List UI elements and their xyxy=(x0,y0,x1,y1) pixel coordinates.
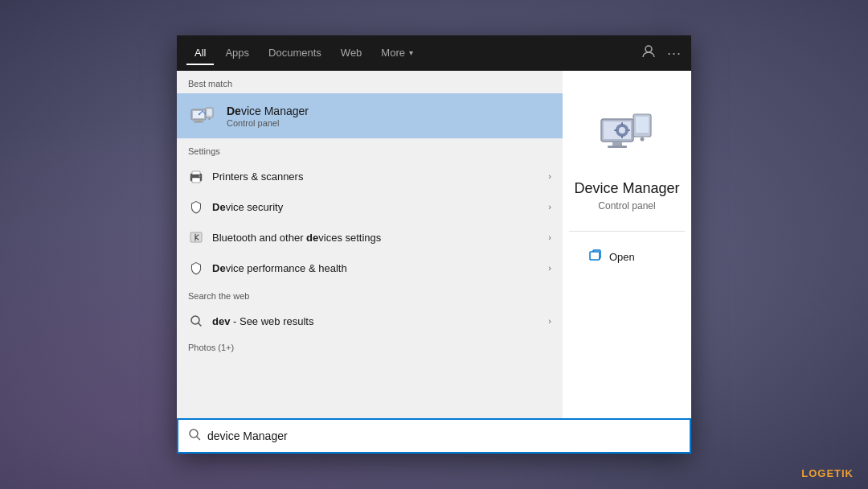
best-match-subtitle: Control panel xyxy=(227,118,309,128)
ellipsis-icon[interactable]: ··· xyxy=(667,45,682,62)
photos-header: Photos (1+) xyxy=(177,336,563,355)
open-label: Open xyxy=(609,251,635,263)
settings-item-device-performance-label: Device performance & health xyxy=(212,262,540,274)
svg-rect-18 xyxy=(612,142,622,146)
chevron-right-icon-2: › xyxy=(548,202,551,212)
svg-rect-21 xyxy=(636,117,649,133)
chevron-right-icon-5: › xyxy=(548,316,551,326)
svg-line-15 xyxy=(199,323,201,326)
chevron-right-icon-4: › xyxy=(548,263,551,273)
settings-header: Settings xyxy=(177,138,563,161)
right-panel-title: Device Manager xyxy=(574,180,679,197)
best-match-header: Best match xyxy=(177,71,563,93)
chevron-down-icon: ▾ xyxy=(409,48,413,57)
web-search-label: dev - See web results xyxy=(212,315,540,327)
settings-item-device-security-label: Device security xyxy=(212,201,540,213)
left-panel: Best match xyxy=(177,71,563,418)
printer-icon xyxy=(188,168,204,184)
svg-rect-10 xyxy=(192,178,200,183)
search-container: All Apps Documents Web More ▾ ··· Best m… xyxy=(177,35,691,454)
open-button[interactable]: Open xyxy=(582,244,641,269)
svg-point-24 xyxy=(619,127,625,134)
svg-rect-6 xyxy=(207,109,212,116)
svg-point-0 xyxy=(645,46,652,52)
svg-point-12 xyxy=(199,175,201,177)
search-box-bar xyxy=(177,418,691,454)
open-icon xyxy=(588,248,603,265)
person-icon[interactable] xyxy=(641,44,656,62)
svg-rect-29 xyxy=(590,252,600,260)
tab-all[interactable]: All xyxy=(186,42,214,65)
svg-rect-28 xyxy=(627,129,630,131)
shield-icon xyxy=(188,199,204,215)
device-manager-small-icon xyxy=(188,101,217,130)
svg-point-7 xyxy=(208,118,210,120)
top-bar-right: ··· xyxy=(641,44,682,62)
settings-item-printers-label: Printers & scanners xyxy=(212,171,540,183)
tab-web[interactable]: Web xyxy=(333,42,371,65)
svg-rect-3 xyxy=(196,120,201,121)
search-icon xyxy=(188,313,204,329)
svg-rect-27 xyxy=(614,129,617,131)
tab-documents[interactable]: Documents xyxy=(260,42,330,65)
divider xyxy=(569,231,685,232)
svg-point-22 xyxy=(641,138,645,142)
tab-more[interactable]: More ▾ xyxy=(373,42,421,65)
top-bar: All Apps Documents Web More ▾ ··· xyxy=(177,35,691,71)
web-search-item[interactable]: dev - See web results › xyxy=(177,306,563,336)
right-panel: Device Manager Control panel Open xyxy=(563,71,691,418)
shield-check-icon xyxy=(188,260,204,276)
svg-point-8 xyxy=(199,113,200,115)
settings-item-bluetooth[interactable]: Bluetooth and other devices settings › xyxy=(177,222,563,253)
svg-rect-25 xyxy=(621,122,623,125)
settings-item-device-performance[interactable]: Device performance & health › xyxy=(177,253,563,283)
settings-item-printers[interactable]: Printers & scanners › xyxy=(177,161,563,191)
chevron-right-icon-3: › xyxy=(548,232,551,242)
watermark: LOGETIK xyxy=(801,467,854,479)
best-match-item[interactable]: Device Manager Control panel xyxy=(177,93,563,138)
svg-rect-4 xyxy=(194,121,203,123)
settings-item-bluetooth-label: Bluetooth and other devices settings xyxy=(212,232,540,244)
chevron-right-icon: › xyxy=(548,171,551,181)
best-match-text: Device Manager Control panel xyxy=(227,105,309,128)
tab-apps[interactable]: Apps xyxy=(217,42,257,65)
right-panel-icon xyxy=(595,103,659,167)
search-box-icon xyxy=(188,428,201,444)
svg-line-31 xyxy=(197,437,200,440)
best-match-title: Device Manager xyxy=(227,105,309,117)
search-input[interactable] xyxy=(207,429,680,442)
svg-rect-13 xyxy=(190,232,202,242)
right-panel-subtitle: Control panel xyxy=(598,200,655,212)
main-area: Best match xyxy=(177,71,691,418)
bluetooth-icon xyxy=(188,229,204,245)
svg-rect-26 xyxy=(621,135,623,138)
svg-rect-19 xyxy=(608,146,627,148)
web-search-header: Search the web xyxy=(177,283,563,306)
svg-rect-11 xyxy=(192,171,200,175)
settings-item-device-security[interactable]: Device security › xyxy=(177,191,563,222)
